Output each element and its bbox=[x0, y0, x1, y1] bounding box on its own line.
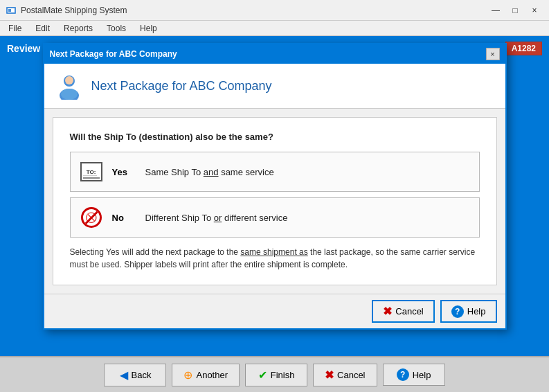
another-icon: ⊕ bbox=[183, 368, 192, 382]
main-area: Review A1282 Next Package for ABC Compan… bbox=[0, 36, 549, 392]
no-description: Different Ship To or different service bbox=[145, 213, 288, 223]
dialog-cancel-label: Cancel bbox=[395, 306, 423, 317]
cancel-button[interactable]: ✖ Cancel bbox=[313, 364, 377, 386]
finish-label: Finish bbox=[271, 370, 295, 380]
back-label: Back bbox=[132, 370, 152, 380]
minimize-button[interactable]: — bbox=[487, 3, 505, 17]
dialog-title-bar: Next Package for ABC Company × bbox=[44, 44, 505, 64]
help-button[interactable]: ? Help bbox=[383, 364, 445, 386]
info-underline: same shipment as bbox=[240, 247, 307, 257]
finish-button[interactable]: ✔ Finish bbox=[245, 364, 307, 386]
dialog: Next Package for ABC Company × Next Pack… bbox=[43, 43, 507, 330]
person-icon bbox=[55, 72, 83, 100]
svg-point-6 bbox=[61, 89, 78, 100]
cancel-x-icon: ✖ bbox=[383, 305, 392, 318]
dialog-close-button[interactable]: × bbox=[486, 48, 500, 60]
dialog-help-label: Help bbox=[467, 306, 486, 317]
dialog-help-button[interactable]: ? Help bbox=[440, 300, 497, 323]
dialog-body: Will the Ship To (destination) also be t… bbox=[53, 117, 497, 285]
svg-point-5 bbox=[65, 76, 73, 84]
yes-label: Yes bbox=[112, 167, 137, 177]
menu-file[interactable]: File bbox=[3, 22, 27, 35]
help-label: Help bbox=[413, 370, 431, 380]
menu-bar: File Edit Reports Tools Help bbox=[0, 21, 549, 36]
dialog-overlay: Next Package for ABC Company × Next Pack… bbox=[0, 36, 549, 392]
back-icon: ◀ bbox=[120, 368, 128, 382]
svg-rect-2 bbox=[8, 9, 11, 12]
yes-underline: and bbox=[204, 167, 219, 177]
title-bar: PostalMate Shipping System — □ × bbox=[0, 0, 549, 21]
app-icon bbox=[6, 5, 17, 16]
close-button[interactable]: × bbox=[525, 3, 543, 17]
menu-reports[interactable]: Reports bbox=[58, 22, 98, 35]
help-q-icon: ? bbox=[451, 305, 464, 318]
cancel-label: Cancel bbox=[337, 370, 365, 380]
no-underline: or bbox=[214, 213, 222, 223]
dialog-cancel-button[interactable]: ✖ Cancel bbox=[372, 300, 434, 323]
no-label: No bbox=[112, 213, 137, 223]
ship-to-icon: TO: bbox=[80, 162, 102, 181]
finish-icon: ✔ bbox=[258, 368, 267, 382]
cancel-icon: ✖ bbox=[325, 368, 334, 382]
no-icon: 🚫 bbox=[79, 205, 104, 230]
bottom-bar: ◀ Back ⊕ Another ✔ Finish ✖ Cancel ? Hel… bbox=[0, 356, 549, 392]
yes-description: Same Ship To and same service bbox=[145, 167, 274, 177]
menu-help[interactable]: Help bbox=[134, 22, 163, 35]
back-button[interactable]: ◀ Back bbox=[104, 364, 166, 386]
menu-edit[interactable]: Edit bbox=[30, 22, 55, 35]
dialog-question: Will the Ship To (destination) also be t… bbox=[70, 132, 480, 142]
another-button[interactable]: ⊕ Another bbox=[172, 364, 240, 386]
dialog-footer: ✖ Cancel ? Help bbox=[44, 294, 505, 328]
dialog-header-title: Next Package for ABC Company bbox=[91, 79, 272, 93]
yes-option[interactable]: TO: Yes Same Ship To and same service bbox=[70, 152, 480, 192]
app-title: PostalMate Shipping System bbox=[21, 6, 127, 15]
help-icon: ? bbox=[397, 368, 409, 381]
no-option[interactable]: 🚫 No Different Ship To or different serv… bbox=[70, 197, 480, 238]
dialog-title: Next Package for ABC Company bbox=[50, 49, 177, 59]
maximize-button[interactable]: □ bbox=[506, 3, 524, 17]
another-label: Another bbox=[196, 370, 228, 380]
info-text: Selecting Yes will add the next package … bbox=[70, 246, 480, 271]
menu-tools[interactable]: Tools bbox=[101, 22, 132, 35]
window-controls: — □ × bbox=[487, 3, 543, 17]
dialog-header: Next Package for ABC Company bbox=[44, 64, 505, 109]
yes-icon: TO: bbox=[79, 159, 104, 184]
no-ship-icon: 🚫 bbox=[81, 207, 102, 228]
